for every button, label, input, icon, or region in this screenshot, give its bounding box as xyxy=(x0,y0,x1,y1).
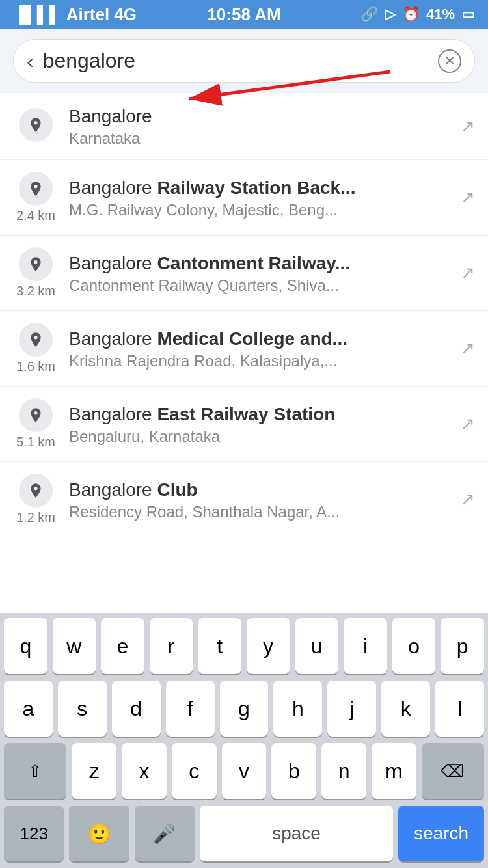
result-arrow-6: ↗ xyxy=(461,489,475,509)
battery-icon: ▭ xyxy=(461,6,475,23)
search-button[interactable]: search xyxy=(398,806,484,861)
clear-button[interactable]: ✕ xyxy=(438,49,461,73)
delete-key[interactable]: ⌫ xyxy=(422,743,484,799)
location-icon-3 xyxy=(19,247,53,281)
numbers-key[interactable]: 123 xyxy=(4,806,64,861)
key-w[interactable]: w xyxy=(53,618,96,674)
result-distance-4: 1.6 km xyxy=(16,359,55,374)
result-distance-3: 3.2 km xyxy=(16,284,55,299)
key-d[interactable]: d xyxy=(112,681,161,737)
location-icon-5 xyxy=(19,398,53,432)
emoji-key[interactable]: 🙂 xyxy=(69,806,129,861)
status-bar: ▐▌▌▌ Airtel 4G 10:58 AM 🔗 ▷ ⏰ 41% ▭ xyxy=(0,0,488,29)
battery-label: 41% xyxy=(426,6,455,23)
result-arrow-2: ↗ xyxy=(461,187,475,208)
key-h[interactable]: h xyxy=(273,681,322,737)
result-icon-wrap-5: 5.1 km xyxy=(13,398,59,450)
result-title-1: Bangalore xyxy=(69,105,450,128)
result-title-3: Bangalore Cantonment Railway... xyxy=(69,252,450,275)
result-subtitle-6: Residency Road, Shanthala Nagar, A... xyxy=(69,503,450,521)
carrier-label: Airtel 4G xyxy=(66,5,137,25)
link-icon: 🔗 xyxy=(360,6,378,23)
keyboard-row-3: ⇧ z x c v b n m ⌫ xyxy=(4,743,484,799)
keyboard-row-4: 123 🙂 🎤 space search xyxy=(4,806,484,861)
key-t[interactable]: t xyxy=(198,618,241,674)
back-button[interactable]: ‹ xyxy=(27,51,34,72)
key-b[interactable]: b xyxy=(271,743,316,799)
key-n[interactable]: n xyxy=(321,743,366,799)
result-item-5[interactable]: 5.1 km Bangalore East Railway Station Be… xyxy=(0,387,488,462)
result-subtitle-2: M.G. Railway Colony, Majestic, Beng... xyxy=(69,201,450,219)
location-icon-4 xyxy=(19,323,53,357)
key-c[interactable]: c xyxy=(172,743,217,799)
result-subtitle-4: Krishna Rajendra Road, Kalasipalya,... xyxy=(69,352,450,370)
search-input[interactable] xyxy=(43,49,429,73)
key-v[interactable]: v xyxy=(222,743,267,799)
result-icon-wrap-2: 2.4 km xyxy=(13,172,59,223)
result-arrow-3: ↗ xyxy=(461,263,475,283)
key-z[interactable]: z xyxy=(72,743,116,799)
result-arrow-5: ↗ xyxy=(461,414,475,434)
key-a[interactable]: a xyxy=(4,681,53,737)
key-f[interactable]: f xyxy=(166,681,215,737)
result-subtitle-3: Cantonment Railway Quarters, Shiva... xyxy=(69,277,450,295)
signal-icon: ▐▌▌▌ xyxy=(13,5,61,25)
key-o[interactable]: o xyxy=(392,618,436,674)
status-left: ▐▌▌▌ Airtel 4G xyxy=(13,5,137,25)
keyboard-row-2: a s d f g h j k l xyxy=(4,681,484,737)
key-y[interactable]: y xyxy=(247,618,290,674)
search-bar-container: ‹ ✕ xyxy=(0,29,488,93)
result-subtitle-5: Bengaluru, Karnataka xyxy=(69,427,450,446)
alarm-icon: ⏰ xyxy=(402,6,420,23)
location-icon-2 xyxy=(19,172,53,206)
key-r[interactable]: r xyxy=(150,618,193,674)
result-item-4[interactable]: 1.6 km Bangalore Medical College and... … xyxy=(0,311,488,387)
location-icon-1 xyxy=(19,108,53,142)
key-p[interactable]: p xyxy=(441,618,484,674)
result-text-3: Bangalore Cantonment Railway... Cantonme… xyxy=(69,252,450,295)
key-m[interactable]: m xyxy=(372,743,416,799)
status-right: 🔗 ▷ ⏰ 41% ▭ xyxy=(360,6,475,23)
key-u[interactable]: u xyxy=(295,618,339,674)
result-distance-6: 1.2 km xyxy=(16,510,55,525)
result-item-3[interactable]: 3.2 km Bangalore Cantonment Railway... C… xyxy=(0,236,488,311)
key-q[interactable]: q xyxy=(4,618,47,674)
key-j[interactable]: j xyxy=(327,681,376,737)
result-title-4: Bangalore Medical College and... xyxy=(69,327,450,351)
result-text-6: Bangalore Club Residency Road, Shanthala… xyxy=(69,478,450,521)
key-g[interactable]: g xyxy=(220,681,269,737)
result-icon-wrap-1 xyxy=(13,108,59,144)
key-e[interactable]: e xyxy=(101,618,144,674)
result-item-1[interactable]: Bangalore Karnataka ↗ xyxy=(0,93,488,160)
result-distance-2: 2.4 km xyxy=(16,208,55,223)
result-item-2[interactable]: 2.4 km Bangalore Railway Station Back...… xyxy=(0,160,488,236)
result-icon-wrap-4: 1.6 km xyxy=(13,323,59,374)
result-icon-wrap-6: 1.2 km xyxy=(13,474,59,525)
location-icon: ▷ xyxy=(385,6,396,23)
result-arrow-4: ↗ xyxy=(461,338,475,359)
result-text-2: Bangalore Railway Station Back... M.G. R… xyxy=(69,176,450,219)
result-icon-wrap-3: 3.2 km xyxy=(13,247,59,299)
result-title-6: Bangalore Club xyxy=(69,478,450,502)
shift-key[interactable]: ⇧ xyxy=(4,743,66,799)
microphone-key[interactable]: 🎤 xyxy=(135,806,195,861)
key-l[interactable]: l xyxy=(435,681,484,737)
location-icon-6 xyxy=(19,474,53,508)
key-x[interactable]: x xyxy=(122,743,167,799)
keyboard: q w e r t y u i o p a s d f g h j k l ⇧ … xyxy=(0,613,488,868)
results-list: Bangalore Karnataka ↗ 2.4 km Bangalore R… xyxy=(0,93,488,537)
key-k[interactable]: k xyxy=(381,681,430,737)
result-text-5: Bangalore East Railway Station Bengaluru… xyxy=(69,403,450,446)
result-text-1: Bangalore Karnataka xyxy=(69,105,450,148)
result-distance-5: 5.1 km xyxy=(16,435,55,450)
space-key[interactable]: space xyxy=(200,806,393,861)
result-title-2: Bangalore Railway Station Back... xyxy=(69,176,450,200)
result-title-5: Bangalore East Railway Station xyxy=(69,403,450,426)
result-item-6[interactable]: 1.2 km Bangalore Club Residency Road, Sh… xyxy=(0,462,488,537)
key-i[interactable]: i xyxy=(344,618,387,674)
key-s[interactable]: s xyxy=(58,681,107,737)
result-subtitle-1: Karnataka xyxy=(69,129,450,148)
keyboard-row-1: q w e r t y u i o p xyxy=(4,618,484,674)
result-text-4: Bangalore Medical College and... Krishna… xyxy=(69,327,450,370)
result-arrow-1: ↗ xyxy=(461,116,475,137)
